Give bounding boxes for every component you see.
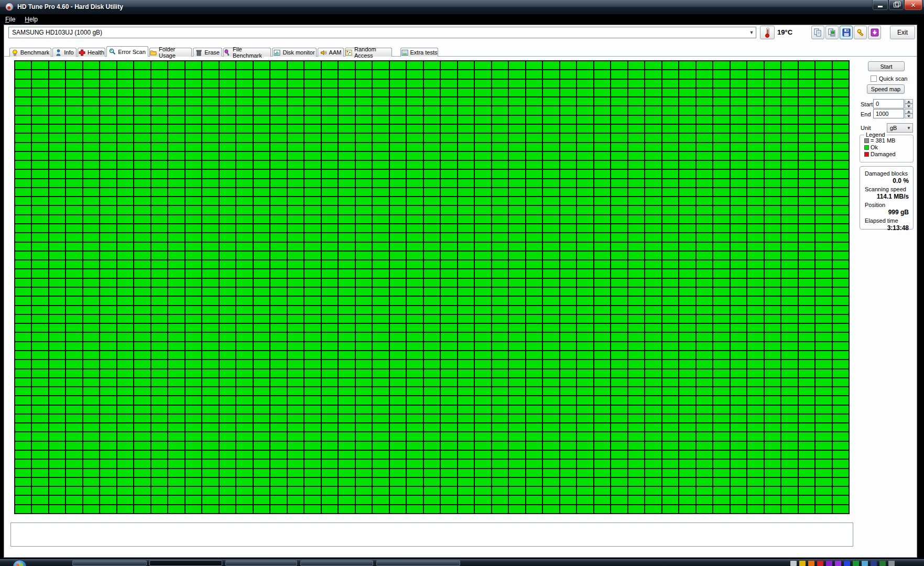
tray-icon[interactable]	[888, 561, 895, 566]
scan-block	[509, 469, 525, 477]
tray-icon[interactable]	[862, 561, 868, 566]
scan-block	[66, 423, 82, 431]
legend-damaged: Damaged	[864, 151, 913, 157]
scan-block	[781, 423, 797, 431]
save-screenshot-button[interactable]	[840, 26, 853, 39]
tray-icon[interactable]	[817, 561, 823, 566]
scan-block	[356, 80, 372, 88]
scan-block	[339, 89, 354, 96]
tray-icon[interactable]	[835, 561, 841, 566]
tab-error-scan[interactable]: Error Scan	[106, 46, 148, 57]
scan-block	[373, 406, 388, 413]
minimize-button[interactable]	[872, 0, 888, 10]
tab-disk-monitor[interactable]: Disk monitor	[272, 48, 317, 57]
scan-block	[458, 197, 474, 205]
scan-block	[765, 70, 780, 78]
taskbar-window-button[interactable]	[225, 560, 297, 566]
exit-button[interactable]: Exit	[890, 26, 915, 39]
taskbar-window-button[interactable]	[376, 560, 460, 566]
scan-block	[526, 351, 542, 359]
end-field-spinner[interactable]	[905, 109, 913, 118]
unit-combobox[interactable]: gB ▼	[887, 123, 913, 133]
tab-health[interactable]: Health	[78, 48, 105, 57]
scan-block	[492, 161, 508, 169]
taskbar-window-button[interactable]	[72, 560, 147, 566]
scan-block	[747, 351, 764, 359]
scan-block	[833, 97, 849, 105]
scan-block	[833, 469, 849, 477]
options-button[interactable]	[854, 26, 867, 39]
scan-block	[781, 224, 797, 232]
scan-block	[697, 106, 713, 114]
tab-file-benchmark[interactable]: File Benchmark	[223, 48, 271, 57]
scan-block	[339, 297, 354, 304]
scan-block	[339, 387, 354, 395]
drive-selector-combobox[interactable]: SAMSUNG HD103UJ (1000 gB) ▼	[8, 27, 756, 38]
tab-aam[interactable]: AAM	[318, 48, 344, 57]
scan-block	[407, 460, 423, 467]
tray-icon[interactable]	[853, 561, 859, 566]
tray-icon[interactable]	[790, 561, 797, 566]
scan-block	[151, 89, 168, 96]
tab-extra-tests[interactable]: Extra tests	[400, 48, 438, 57]
copy-image-button[interactable]	[825, 26, 839, 39]
copy-text-button[interactable]	[811, 26, 824, 39]
scan-block	[441, 116, 457, 124]
temperature-button[interactable]	[760, 26, 775, 39]
tab-random-access[interactable]: Random Access	[345, 48, 392, 57]
scan-block	[305, 478, 321, 486]
start-field-input[interactable]	[873, 99, 904, 108]
speed-map-button[interactable]: Speed map	[867, 84, 905, 94]
taskbar-window-button[interactable]	[300, 560, 373, 566]
scan-block	[373, 260, 388, 268]
scan-block	[288, 106, 303, 114]
scan-block	[560, 97, 576, 105]
scan-block	[407, 260, 423, 268]
close-button[interactable]: ✕	[904, 0, 922, 10]
scan-block	[492, 143, 508, 151]
taskbar-window-button-active[interactable]	[149, 560, 222, 566]
menu-file[interactable]: File	[1, 15, 19, 24]
scan-block	[220, 161, 235, 169]
scan-block	[322, 161, 338, 169]
menu-help[interactable]: Help	[20, 15, 42, 24]
tray-icon[interactable]	[844, 561, 850, 566]
scan-block	[407, 80, 423, 88]
tray-icon[interactable]	[808, 561, 814, 566]
tab-folder-usage[interactable]: Folder Usage	[149, 48, 192, 57]
scan-block	[560, 315, 576, 323]
scan-block	[117, 460, 133, 467]
scan-block	[731, 70, 746, 78]
restore-button[interactable]	[888, 0, 904, 10]
quick-scan-option[interactable]: Quick scan	[871, 75, 907, 82]
tray-icon[interactable]	[871, 561, 877, 566]
scan-block	[236, 61, 252, 69]
scan-block	[509, 260, 525, 268]
scan-block	[117, 80, 133, 88]
scan-block	[611, 451, 627, 459]
start-field-spinner[interactable]	[905, 99, 913, 108]
start-button[interactable]: Start	[868, 61, 905, 71]
scan-block	[390, 233, 406, 241]
scan-block	[816, 89, 831, 96]
tray-icon[interactable]	[799, 561, 806, 566]
quick-scan-checkbox[interactable]	[871, 75, 877, 82]
scan-block	[424, 333, 440, 341]
scan-block	[236, 487, 252, 495]
tab-erase[interactable]: Erase	[193, 48, 222, 57]
scan-block	[441, 487, 457, 495]
scan-block	[679, 70, 695, 78]
tray-icon[interactable]	[879, 561, 886, 566]
scan-block	[458, 252, 474, 259]
tray-icon[interactable]	[826, 561, 832, 566]
scan-block	[66, 351, 82, 359]
scan-block	[731, 97, 746, 105]
scan-block	[288, 215, 303, 223]
download-button[interactable]	[868, 26, 881, 39]
tab-info[interactable]: Info	[52, 48, 77, 57]
scan-block	[49, 224, 66, 232]
scan-block	[168, 97, 184, 105]
tab-benchmark[interactable]: Benchmark	[9, 48, 51, 57]
scan-block	[679, 297, 695, 304]
end-field-input[interactable]	[873, 109, 904, 118]
